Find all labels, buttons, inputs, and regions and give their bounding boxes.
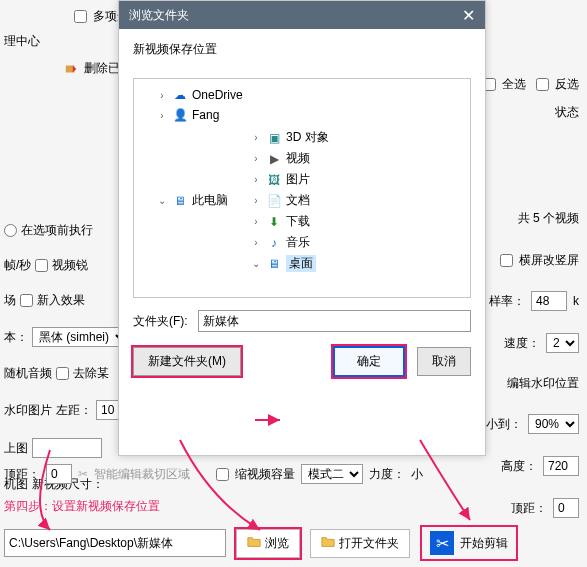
folder-open-icon	[247, 535, 261, 552]
crop-top-input[interactable]	[46, 464, 72, 484]
smart-crop-label[interactable]: 智能编辑裁切区域	[94, 466, 190, 483]
browse-folder-dialog: 浏览文件夹 ✕ 新视频保存位置 ›☁OneDrive ›👤Fang ⌄🖥此电脑 …	[118, 0, 486, 456]
tree-pics[interactable]: 图片	[286, 171, 310, 188]
fps-label: 帧/秒	[4, 257, 31, 274]
land2port-check[interactable]	[500, 254, 513, 267]
tree-docs[interactable]: 文档	[286, 192, 310, 209]
tree-video[interactable]: 视频	[286, 150, 310, 167]
k-label: k	[573, 294, 579, 308]
sharp-label: 视频锐	[52, 257, 88, 274]
upload-label: 上图	[4, 440, 28, 457]
crop-top-label: 顶距：	[4, 466, 40, 483]
sharp-check[interactable]	[35, 259, 48, 272]
user-icon: 👤	[172, 107, 188, 123]
dialog-subtitle: 新视频保存位置	[133, 41, 471, 58]
land2port-label: 横屏改竖屏	[519, 252, 579, 269]
folder-icon	[321, 535, 335, 552]
ok-button[interactable]: 确定	[333, 346, 405, 377]
pc-icon: 🖥	[172, 193, 188, 209]
invert-label: 反选	[555, 76, 579, 93]
strength-label: 力度：	[369, 466, 405, 483]
cube-icon: ▣	[266, 130, 282, 146]
open-folder-button[interactable]: 打开文件夹	[310, 529, 410, 558]
strength-val: 小	[411, 466, 423, 483]
remove-check[interactable]	[56, 367, 69, 380]
tree-music[interactable]: 音乐	[286, 234, 310, 251]
selectall-label: 全选	[502, 76, 526, 93]
delete-icon	[64, 62, 78, 76]
run-before-radio[interactable]	[4, 224, 17, 237]
save-path-input[interactable]	[4, 529, 226, 557]
start-button[interactable]: ✂ 开始剪辑	[420, 525, 518, 561]
download-icon: ⬇	[266, 214, 282, 230]
browse-button[interactable]: 浏览	[236, 529, 300, 558]
music-icon: ♪	[266, 235, 282, 251]
tree-download[interactable]: 下载	[286, 213, 310, 230]
sample-label: 样率：	[489, 293, 525, 310]
ok-label: 确定	[357, 354, 381, 368]
tree-onedrive[interactable]: OneDrive	[192, 88, 243, 102]
status-label: 状态	[555, 104, 579, 121]
close-icon[interactable]: ✕	[462, 6, 475, 25]
open-folder-label: 打开文件夹	[339, 535, 399, 552]
field-label: 场	[4, 292, 16, 309]
desktop-icon: 🖥	[266, 256, 282, 272]
randaudio-label: 随机音频	[4, 365, 52, 382]
cancel-button[interactable]: 取消	[417, 347, 471, 376]
shrink-select[interactable]: 90%	[528, 414, 579, 434]
folder-label: 文件夹(F):	[133, 313, 188, 330]
font-select[interactable]: 黑体 (simhei)	[32, 327, 129, 347]
scissors-blue-icon: ✂	[430, 531, 454, 555]
left-label: 左距：	[56, 402, 92, 419]
dialog-title: 浏览文件夹	[129, 7, 189, 24]
new-folder-label: 新建文件夹(M)	[148, 354, 226, 368]
insertfx-check[interactable]	[20, 294, 33, 307]
invert-check[interactable]	[536, 78, 549, 91]
multi-check[interactable]	[74, 10, 87, 23]
mode-select[interactable]: 模式二	[301, 464, 363, 484]
font-label: 本：	[4, 329, 28, 346]
shrink-cb-label: 缩视频容量	[235, 466, 295, 483]
editwm-label[interactable]: 编辑水印位置	[507, 375, 579, 392]
start-label: 开始剪辑	[460, 535, 508, 552]
tree-thispc[interactable]: 此电脑	[192, 192, 228, 209]
remove-label: 去除某	[73, 365, 109, 382]
scissors-icon: ✂	[78, 467, 88, 481]
cancel-label: 取消	[432, 354, 456, 368]
folder-name-input[interactable]	[198, 310, 471, 332]
insertfx-label: 新入效果	[37, 292, 85, 309]
new-folder-button[interactable]: 新建文件夹(M)	[133, 347, 241, 376]
tree-3d[interactable]: 3D 对象	[286, 129, 329, 146]
upload-input[interactable]	[32, 438, 102, 458]
wm-label: 水印图片	[4, 402, 52, 419]
run-before-label: 在选项前执行	[21, 222, 93, 239]
picture-icon: 🖼	[266, 172, 282, 188]
browse-label: 浏览	[265, 535, 289, 552]
step4-label: 第四步：设置新视频保存位置	[4, 498, 583, 515]
speed-label: 速度：	[504, 335, 540, 352]
sample-input[interactable]	[531, 291, 567, 311]
video-icon: ▶	[266, 151, 282, 167]
folder-tree[interactable]: ›☁OneDrive ›👤Fang ⌄🖥此电脑 ›▣3D 对象 ›▶视频 ›🖼图…	[133, 78, 471, 298]
video-count: 共 5 个视频	[518, 210, 579, 227]
cloud-icon: ☁	[172, 87, 188, 103]
tree-desktop[interactable]: 桌面	[286, 255, 316, 272]
speed-select[interactable]: 2	[546, 333, 579, 353]
shrink-cb[interactable]	[216, 468, 229, 481]
document-icon: 📄	[266, 193, 282, 209]
tree-fang[interactable]: Fang	[192, 108, 219, 122]
